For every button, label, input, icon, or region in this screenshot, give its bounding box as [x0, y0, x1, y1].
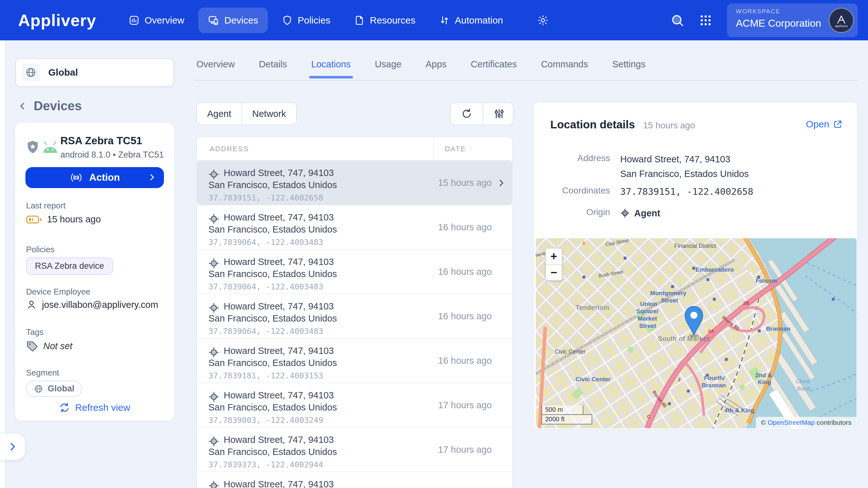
table-row[interactable]: Howard Street, 747, 94103San Francisco, … [197, 428, 512, 472]
document-icon [354, 15, 365, 26]
open-in-maps-link[interactable]: Open [806, 119, 843, 130]
segment-label: Segment [26, 368, 59, 378]
device-name: RSA Zebra TC51 [60, 135, 164, 147]
tab-apps[interactable]: Apps [426, 59, 447, 79]
table-row[interactable]: Howard Street, 747, 94103San Francisco, … [197, 250, 512, 294]
map-label: King [758, 379, 771, 386]
coordinates-label: Coordinates [550, 184, 610, 199]
device-employee-label: Device Employee [26, 287, 90, 297]
map-label: Market [638, 315, 657, 322]
filter-button[interactable] [483, 103, 514, 125]
tab-commands[interactable]: Commands [541, 59, 588, 79]
tags-label: Tags [26, 327, 43, 337]
map-label: 2B [743, 300, 749, 306]
map-attribution: © OpenStreetMap contributors [756, 417, 857, 428]
location-pin-icon [209, 436, 219, 447]
nav-item-devices[interactable]: Devices [198, 8, 268, 33]
coordinates-value: 37.7839151, -122.4002658 [620, 184, 753, 199]
segment-badge[interactable]: Global [26, 380, 82, 397]
table-header: ADDRESS DATE [197, 137, 512, 161]
device-subtitle: android 8.1.0 • Zebra TC51 [60, 150, 164, 160]
sidebar-expand-button[interactable] [0, 433, 25, 460]
tab-locations[interactable]: Locations [311, 59, 351, 79]
map-label: C [647, 414, 651, 419]
location-pin-icon [209, 169, 219, 180]
nav-items: Overview Devices Policies Resources Auto… [119, 8, 558, 33]
app-grid-icon[interactable] [699, 14, 712, 27]
broadcast-icon [69, 173, 83, 182]
table-row[interactable]: Howard Street, 747, 94103 [197, 472, 512, 488]
map-label: Embarcadero [695, 266, 734, 273]
chevron-right-icon [497, 178, 505, 188]
back-to-devices[interactable]: Devices [15, 99, 174, 113]
location-details-panel: Location details 15 hours ago Open Addre… [533, 102, 858, 430]
scale-metric: 500 m [541, 405, 583, 415]
table-row[interactable]: Howard Street, 747, 94103San Francisco, … [197, 294, 512, 339]
reload-table-button[interactable] [451, 103, 483, 125]
column-header-date: DATE [445, 145, 466, 153]
action-button[interactable]: Action [25, 167, 164, 188]
tab-details[interactable]: Details [259, 59, 287, 79]
nav-item-overview[interactable]: Overview [119, 8, 194, 33]
top-navigation: Applivery Overview Devices Policies Reso… [0, 0, 868, 40]
origin-label: Origin [550, 206, 610, 220]
refresh-view-button[interactable]: Refresh view [15, 402, 174, 413]
table-row[interactable]: Howard Street, 747, 94103San Francisco, … [197, 383, 512, 428]
tabs-divider [194, 80, 858, 81]
tab-settings[interactable]: Settings [612, 59, 646, 79]
overview-icon [129, 15, 140, 26]
location-pin-icon [209, 258, 219, 269]
segment-selector[interactable]: Global [15, 58, 174, 87]
workspace-switcher[interactable]: WORKSPACE ACME Corporation applivery [727, 3, 858, 37]
map-label: Union [640, 301, 657, 307]
employee-email[interactable]: jose.villabon@applivery.com [42, 300, 158, 310]
location-pin-icon [209, 214, 219, 224]
scale-imperial: 2000 ft [541, 414, 592, 424]
openstreetmap-link[interactable]: OpenStreetMap [768, 419, 815, 426]
nav-item-automation[interactable]: Automation [430, 8, 513, 33]
map-label: Brannan [702, 382, 726, 389]
map-label: Financial District [674, 243, 716, 249]
location-pin-icon [209, 302, 219, 313]
nav-item-resources[interactable]: Resources [344, 8, 425, 33]
tab-overview[interactable]: Overview [196, 59, 235, 79]
table-row[interactable]: Howard Street, 747, 94103San Francisco, … [197, 205, 512, 250]
battery-icon [26, 215, 42, 224]
location-pin-icon [620, 208, 630, 218]
nav-item-policies[interactable]: Policies [272, 8, 340, 33]
panel-updated: 15 hours ago [643, 120, 695, 130]
agent-toggle-button[interactable]: Agent [197, 103, 242, 125]
tags-value: Not set [26, 340, 72, 352]
collapsed-left-rail [0, 40, 6, 488]
zoom-out-button[interactable]: − [546, 264, 562, 280]
app-logo[interactable]: Applivery [18, 11, 96, 30]
panel-title: Location details [550, 118, 635, 131]
table-row[interactable]: Howard Street, 747, 94103San Francisco, … [197, 339, 512, 383]
globe-icon [22, 63, 40, 82]
network-toggle-button[interactable]: Network [242, 103, 296, 125]
map-label: Folsom [755, 277, 777, 284]
map-label: Street [639, 323, 656, 329]
map-label: Brannan [766, 325, 790, 332]
workspace-avatar: applivery [829, 8, 854, 33]
tab-certificates[interactable]: Certificates [471, 59, 517, 79]
address-label: Address [550, 152, 610, 181]
reload-icon [461, 108, 472, 119]
map-label: 2nd & [755, 372, 772, 378]
device-employee-value: jose.villabon@applivery.com [26, 299, 158, 310]
refresh-icon [59, 402, 70, 413]
device-sidebar: Global Devices RSA Zebra TC51 android 8.… [15, 58, 174, 421]
chevron-left-icon [19, 101, 27, 112]
policy-badge[interactable]: RSA Zebra device [26, 257, 113, 275]
location-pin-icon [209, 391, 219, 402]
person-icon [26, 299, 37, 310]
zoom-in-button[interactable]: + [546, 248, 562, 264]
map-label: Basin [797, 386, 810, 392]
location-map[interactable]: Clay StreetSacramento Streete StreetBush… [536, 238, 857, 428]
settings-gear-button[interactable] [528, 8, 558, 33]
search-icon[interactable] [671, 13, 684, 27]
tab-usage[interactable]: Usage [375, 59, 402, 79]
table-row[interactable]: Howard Street, 747, 94103San Francisco, … [197, 161, 512, 205]
automation-icon [439, 15, 450, 26]
map-label: Street [661, 297, 678, 304]
